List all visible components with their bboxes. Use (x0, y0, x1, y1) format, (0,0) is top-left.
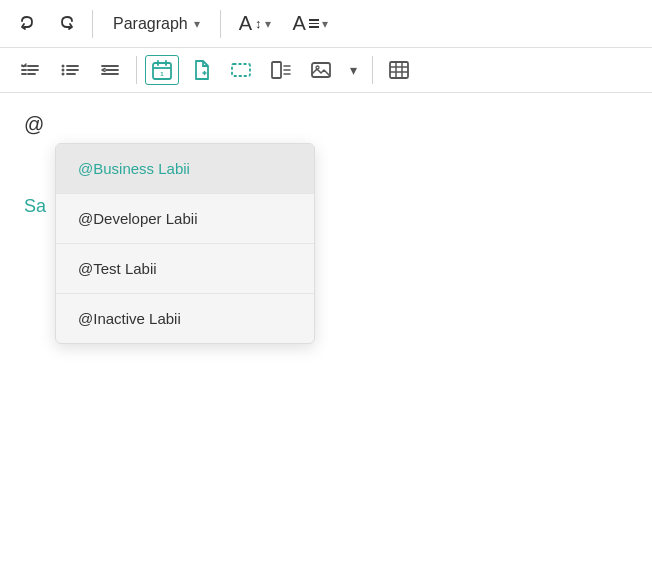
text-layout-button[interactable] (263, 54, 299, 86)
more-icon: ▾ (350, 62, 357, 78)
layout-icon (230, 59, 252, 81)
toolbar-row2: 1 ▾ (0, 48, 652, 93)
mention-item-2[interactable]: @Test Labii (56, 244, 314, 294)
checklist-button[interactable] (12, 54, 48, 86)
table-icon (388, 59, 410, 81)
outdent-icon (99, 59, 121, 81)
svg-point-6 (62, 65, 65, 68)
calendar-button[interactable]: 1 (145, 55, 179, 85)
toolbar-divider-1 (92, 10, 93, 38)
mention-item-3[interactable]: @Inactive Labii (56, 294, 314, 343)
redo-icon (56, 14, 76, 34)
at-symbol: @ (24, 113, 628, 136)
calendar-icon: 1 (151, 59, 173, 81)
text-layout-icon (270, 59, 292, 81)
font-format-icon: A (293, 12, 306, 35)
redo-button[interactable] (50, 10, 82, 38)
layout-button[interactable] (223, 54, 259, 86)
bullet-list-button[interactable] (52, 54, 88, 86)
toolbar-divider-3 (136, 56, 137, 84)
font-size-icon: A (239, 12, 252, 35)
chevron-down-icon: ▾ (194, 17, 200, 31)
svg-text:1: 1 (160, 71, 164, 77)
svg-rect-27 (312, 63, 330, 77)
mention-item-1[interactable]: @Developer Labii (56, 194, 314, 244)
font-format-button[interactable]: A ▾ (285, 8, 336, 39)
toolbar-divider-4 (372, 56, 373, 84)
image-icon (310, 59, 332, 81)
font-size-button[interactable]: A ↕ ▾ (231, 8, 279, 39)
svg-point-8 (62, 73, 65, 76)
svg-point-7 (62, 69, 65, 72)
mention-item-0[interactable]: @Business Labii (56, 144, 314, 194)
font-format-lines (309, 19, 319, 28)
more-button[interactable]: ▾ (343, 57, 364, 83)
undo-button[interactable] (12, 10, 44, 38)
toolbar-row1: Paragraph ▾ A ↕ ▾ A ▾ (0, 0, 652, 48)
undo-icon (18, 14, 38, 34)
font-format-chevron: ▾ (322, 17, 328, 31)
font-size-chevron: ▾ (265, 17, 271, 31)
mention-dropdown: @Business Labii @Developer Labii @Test L… (55, 143, 315, 344)
editor-area: @ @Business Labii @Developer Labii @Test… (0, 93, 652, 237)
insert-document-button[interactable] (183, 54, 219, 86)
paragraph-label: Paragraph (113, 15, 188, 33)
svg-rect-23 (272, 62, 281, 78)
font-size-arrow: ↕ (255, 16, 262, 31)
bullet-list-icon (59, 59, 81, 81)
insert-document-icon (190, 59, 212, 81)
outdent-button[interactable] (92, 54, 128, 86)
table-button[interactable] (381, 54, 417, 86)
svg-rect-29 (390, 62, 408, 78)
svg-rect-22 (232, 64, 250, 76)
toolbar-divider-2 (220, 10, 221, 38)
checklist-icon (19, 59, 41, 81)
paragraph-dropdown[interactable]: Paragraph ▾ (103, 11, 210, 37)
image-button[interactable] (303, 54, 339, 86)
